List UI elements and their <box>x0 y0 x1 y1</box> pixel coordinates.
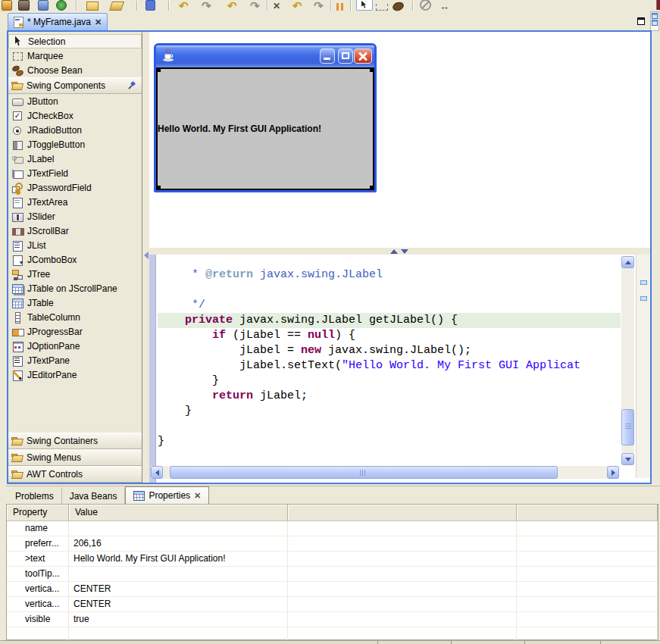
selection-mode-button[interactable] <box>356 0 373 11</box>
tab-problems[interactable]: Problems <box>8 488 62 504</box>
restore-view-icon[interactable] <box>652 20 658 26</box>
palette-item-jlist[interactable]: JList <box>8 238 142 252</box>
scroll-right-icon[interactable] <box>607 466 619 479</box>
design-canvas[interactable]: Hello World. My First GUI Application! <box>149 32 650 247</box>
property-value-cell[interactable] <box>69 567 288 581</box>
vertical-scrollbar-thumb[interactable] <box>621 409 634 445</box>
property-value-cell[interactable]: CENTER <box>69 582 288 596</box>
horizontal-scrollbar-thumb[interactable] <box>170 466 558 479</box>
horizontal-scrollbar[interactable] <box>151 466 619 479</box>
property-value-cell[interactable]: Hello World. My First GUI Application! <box>69 552 288 566</box>
palette-item-jtable[interactable]: JTable <box>8 295 142 310</box>
palette-item-jpasswordfield[interactable]: JPasswordField <box>8 180 142 195</box>
property-row[interactable]: name <box>7 521 658 536</box>
property-value-cell[interactable] <box>69 521 288 536</box>
property-value-cell[interactable]: CENTER <box>69 597 288 611</box>
close-view-icon[interactable]: ✕ <box>194 491 201 501</box>
palette-item-jslider[interactable]: JSlider <box>8 209 142 224</box>
palette-item-joptionpane[interactable]: JOptionPane <box>8 339 142 353</box>
forward-icon[interactable] <box>250 2 262 11</box>
property-name-cell[interactable]: vertica... <box>7 582 69 596</box>
palette-item-jeditorpane[interactable]: JEditorPane <box>8 367 142 382</box>
jframe-preview[interactable]: Hello World. My First GUI Application! <box>154 43 377 192</box>
delete-icon[interactable] <box>273 2 285 11</box>
selection-handle[interactable] <box>156 67 161 72</box>
property-row[interactable]: preferr...206,16 <box>7 536 658 552</box>
occurrence-marker[interactable] <box>640 296 647 301</box>
palette-tool-choose-bean[interactable]: Choose Bean <box>8 63 142 77</box>
jframe-content-pane[interactable]: Hello World. My First GUI Application! <box>156 67 374 190</box>
palette-item-jradiobutton[interactable]: JRadioButton <box>8 123 142 137</box>
property-name-cell[interactable]: visible <box>7 612 69 627</box>
new-class-icon[interactable] <box>18 0 30 11</box>
maximize-editor-icon[interactable] <box>637 17 645 25</box>
palette-item-jlabel[interactable]: JLabel <box>8 152 142 166</box>
property-name-cell[interactable]: vertica... <box>7 597 69 611</box>
undo-icon[interactable] <box>179 2 191 11</box>
prev-annotation-icon[interactable] <box>292 2 305 11</box>
tab-java-beans[interactable]: Java Beans <box>62 488 126 504</box>
new-package-icon[interactable] <box>2 0 12 11</box>
scroll-up-icon[interactable] <box>621 256 634 268</box>
palette-item-jprogressbar[interactable]: JProgressBar <box>8 324 142 339</box>
palette-item-jtextfield[interactable]: JTextField <box>8 166 142 180</box>
selection-handle[interactable] <box>370 67 374 72</box>
source-viewer[interactable]: * @return javax.swing.JLabel */ private … <box>149 255 650 483</box>
palette-item-jcombobox[interactable]: JComboBox <box>8 252 142 267</box>
palette-item-jtextarea[interactable]: JTextArea <box>8 195 142 209</box>
redo-icon[interactable] <box>202 2 214 11</box>
marquee-mode-icon[interactable] <box>376 4 388 11</box>
choose-bean-mode-icon[interactable] <box>392 1 405 12</box>
property-row[interactable]: vertica...CENTER <box>7 582 658 597</box>
column-header-property[interactable]: Property <box>7 505 69 521</box>
property-row[interactable]: visibletrue <box>7 612 658 627</box>
property-value-cell[interactable]: true <box>69 612 288 627</box>
drawer-swing-containers[interactable]: Swing Containers <box>8 433 142 449</box>
palette-item-jtogglebutton[interactable]: JToggleButton <box>8 137 142 152</box>
palette-item-jbutton[interactable]: JButton <box>8 94 142 108</box>
selection-handle[interactable] <box>156 186 161 190</box>
property-name-cell[interactable]: preferr... <box>7 536 69 551</box>
property-name-cell[interactable]: >text <box>7 552 69 566</box>
palette-item-jtree[interactable]: JTree <box>8 267 142 281</box>
jlabel-preview[interactable]: Hello World. My First GUI Application! <box>158 123 321 134</box>
property-row[interactable]: vertica...CENTER <box>7 597 658 612</box>
drawer-swing-components[interactable]: Swing Components <box>8 77 142 94</box>
property-value-cell[interactable]: 206,16 <box>69 536 288 551</box>
palette-item-jtextpane[interactable]: JTextPane <box>8 353 142 367</box>
match-width-icon[interactable] <box>439 2 452 11</box>
print-icon[interactable] <box>145 0 155 11</box>
save-icon[interactable] <box>109 2 124 11</box>
splitter-down-icon[interactable] <box>401 249 408 254</box>
refresh-icon[interactable] <box>56 0 67 11</box>
open-icon[interactable] <box>86 2 99 11</box>
selection-handle[interactable] <box>370 186 374 190</box>
pin-icon[interactable] <box>128 81 136 90</box>
close-tab-icon[interactable]: ✕ <box>95 17 102 27</box>
scroll-left-icon[interactable] <box>151 466 163 479</box>
column-header-value[interactable]: Value <box>69 505 288 521</box>
tab-myframe-java[interactable]: * MyFrame.java ✕ <box>8 13 108 30</box>
property-row[interactable]: >textHello World. My First GUI Applicati… <box>7 552 658 567</box>
palette-item-jtable-scroll[interactable]: JTable on JScrollPane <box>8 281 142 295</box>
drawer-awt-controls[interactable]: AWT Controls <box>8 466 142 483</box>
palette-item-jcheckbox[interactable]: JCheckBox <box>8 108 142 123</box>
disable-icon[interactable] <box>420 0 431 11</box>
palette-item-jscrollbar[interactable]: JScrollBar <box>8 224 142 238</box>
property-name-cell[interactable]: name <box>7 521 69 536</box>
scroll-down-icon[interactable] <box>621 453 634 465</box>
new-wizard-icon[interactable] <box>38 0 48 11</box>
palette-tool-marquee[interactable]: Marquee <box>8 48 142 63</box>
code-area[interactable]: * @return javax.swing.JLabel */ private … <box>158 255 621 477</box>
splitter-up-icon[interactable] <box>390 249 398 254</box>
mark-occurrences-icon[interactable] <box>336 3 343 11</box>
restore-view-icon[interactable] <box>652 13 658 19</box>
property-row[interactable]: toolTip... <box>7 567 658 582</box>
tab-properties[interactable]: Properties ✕ <box>125 486 209 504</box>
next-annotation-icon[interactable] <box>314 2 326 11</box>
collapse-palette-icon[interactable] <box>144 252 149 259</box>
palette-tool-selection[interactable]: Selection <box>8 34 142 48</box>
back-icon[interactable] <box>227 2 239 11</box>
vertical-scrollbar[interactable] <box>621 256 634 465</box>
drawer-swing-menus[interactable]: Swing Menus <box>8 449 142 466</box>
